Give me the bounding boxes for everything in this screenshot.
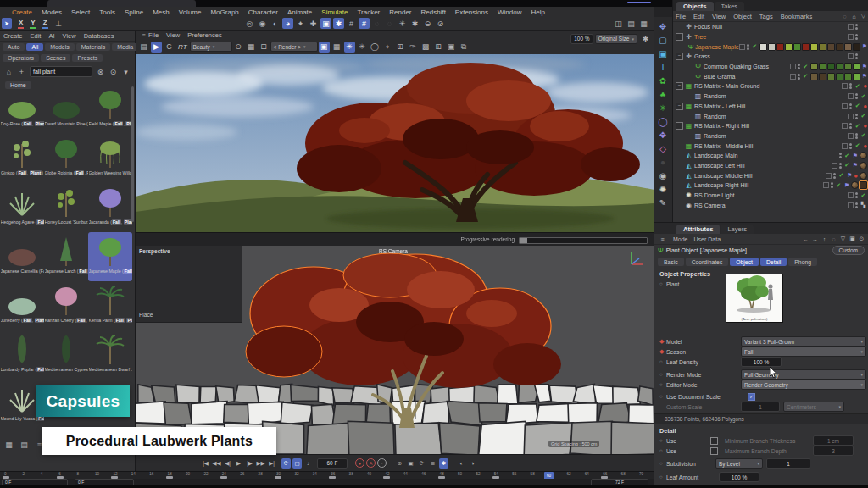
expand-toggle-icon[interactable]: −: [676, 103, 683, 110]
up-icon[interactable]: ↑: [821, 235, 828, 243]
material-chip[interactable]: [844, 43, 852, 51]
lock-icon[interactable]: ▣: [849, 235, 856, 243]
render-region-icon[interactable]: ◑: [468, 458, 477, 469]
tab-basic[interactable]: Basic: [658, 258, 684, 266]
asset-item-kanzan[interactable]: Kanzan Cherry (Fall, Pl...: [44, 281, 88, 330]
character-tool-icon[interactable]: ✚: [308, 18, 319, 29]
layer-chip[interactable]: [848, 133, 854, 139]
grid-icon[interactable]: #: [346, 18, 357, 29]
move-tool-icon[interactable]: ✥: [657, 20, 670, 33]
anim-dot-icon[interactable]: ○: [659, 394, 666, 399]
pen-icon[interactable]: ✎: [657, 197, 670, 209]
leaf-density-field[interactable]: 100 %: [741, 357, 782, 367]
focus-icon[interactable]: ⌖: [382, 42, 393, 53]
asset-item-field[interactable]: Field Maple (Fall, Plant): [88, 85, 132, 134]
expand-toggle-icon[interactable]: −: [676, 53, 683, 60]
history-icon[interactable]: ⊙: [858, 235, 865, 243]
visibility-dots[interactable]: [855, 93, 858, 99]
grid-snap-icon[interactable]: #: [359, 18, 370, 29]
render-pass-dropdown[interactable]: Beauty▾: [190, 42, 232, 52]
transform-icon[interactable]: ✥: [657, 129, 670, 141]
record-rotation-icon[interactable]: ⟳: [417, 458, 426, 469]
autokey-icon[interactable]: A: [366, 458, 376, 468]
layer-chip[interactable]: [848, 24, 854, 30]
editor-mode-dropdown[interactable]: Render Geometry▾: [741, 380, 866, 390]
object-row-common-quaking-grass[interactable]: ΨCommon Quaking Grass✔⚑: [673, 62, 868, 72]
object-row-japanese-maple[interactable]: ΨJapanese Maple✔⚑: [673, 42, 868, 52]
asset-scrollbar[interactable]: [131, 86, 134, 222]
compare-grid-icon[interactable]: ▦: [246, 42, 257, 53]
copy-image-icon[interactable]: ⧉: [459, 42, 470, 53]
xpresso-flag-icon[interactable]: ⚑: [853, 152, 858, 159]
material-chip[interactable]: [836, 73, 843, 80]
asset-item-japanese[interactable]: Japanese Maple (Fall, ...: [88, 232, 132, 281]
live-selection-icon[interactable]: ➤: [2, 18, 12, 29]
layout-split-icon[interactable]: ▤: [626, 18, 637, 29]
camera-icon[interactable]: ◉: [657, 169, 670, 182]
cube-primitive-icon[interactable]: ▣: [657, 47, 670, 60]
visibility-dots[interactable]: [831, 182, 833, 188]
visibility-dots[interactable]: [855, 53, 858, 59]
goto-start-icon[interactable]: |◀: [201, 458, 210, 469]
enabled-check-icon[interactable]: ✔: [802, 64, 810, 70]
generator-icon[interactable]: ✿: [657, 75, 670, 87]
selected-material-chip[interactable]: [860, 181, 867, 189]
ab-menu-create[interactable]: Create: [3, 32, 23, 40]
shading-icon[interactable]: ◐: [270, 18, 281, 29]
snapshot-icon[interactable]: ✳: [344, 42, 355, 53]
image-icon[interactable]: ▩: [420, 42, 431, 53]
disabled-icon-2[interactable]: ◌: [384, 18, 395, 29]
save-image-icon[interactable]: ▤: [138, 42, 149, 53]
subdivision-field[interactable]: 1: [766, 458, 810, 469]
layer-chip[interactable]: [832, 152, 837, 158]
enabled-check-icon[interactable]: ✔: [860, 132, 867, 139]
enabled-check-icon[interactable]: ✔: [854, 103, 861, 109]
tab-operators[interactable]: Operators: [3, 54, 39, 62]
material-tag-icon[interactable]: [860, 172, 867, 180]
material-chip[interactable]: [819, 43, 826, 51]
next-key-icon[interactable]: ▶▶: [256, 458, 265, 469]
material-chip[interactable]: [844, 73, 852, 80]
tab-phong[interactable]: Phong: [788, 258, 817, 266]
rectangle-tool-icon[interactable]: ▢: [657, 34, 670, 47]
list-view-icon[interactable]: ▤: [19, 439, 30, 450]
layer-chip[interactable]: [842, 143, 848, 149]
material-chip[interactable]: [768, 43, 776, 51]
xpresso-flag-icon[interactable]: ⚑: [853, 162, 858, 169]
picture-viewer-icon[interactable]: ▣: [446, 42, 457, 53]
menu-help[interactable]: Help: [531, 8, 544, 16]
filter-image-icon[interactable]: ✑: [408, 42, 419, 53]
keyframe-selection-icon[interactable]: ◦: [377, 458, 387, 468]
next-frame-icon[interactable]: |▶: [245, 458, 254, 469]
material-tag-icon[interactable]: [851, 181, 859, 189]
record-params-icon[interactable]: ≣: [428, 458, 437, 469]
layer-chip[interactable]: [790, 64, 796, 69]
lock-workplane-icon[interactable]: ▣: [320, 18, 331, 29]
refresh-icon[interactable]: C: [164, 42, 175, 53]
material-chip[interactable]: [819, 63, 826, 70]
asset-item-lombardy[interactable]: Lombardy Poplar (Fall...: [0, 330, 44, 380]
anim-dot-icon[interactable]: ○: [659, 382, 666, 387]
asset-item-mediterranean[interactable]: Mediterranean Cypres...: [44, 330, 88, 380]
mode-menu[interactable]: Mode: [673, 236, 688, 242]
coord-system-icon[interactable]: ◎: [244, 18, 255, 29]
redshift-object-tag-icon[interactable]: ●: [863, 122, 867, 130]
anim-dot-icon[interactable]: ○: [659, 281, 666, 286]
enabled-check-icon[interactable]: ✔: [802, 73, 810, 80]
tab-layers[interactable]: Layers: [721, 225, 754, 234]
material-chip[interactable]: [827, 63, 835, 70]
use-min-branch-checkbox[interactable]: [710, 437, 718, 445]
model-dropdown[interactable]: Variant 3 Full-Grown▾: [741, 336, 866, 347]
asset-item-ginkgo[interactable]: Ginkgo (Fall, Plant): [0, 134, 44, 183]
panel-menu-icon[interactable]: ≡: [659, 234, 666, 245]
color-picker-icon[interactable]: ◯: [370, 42, 381, 53]
asset-item-globe[interactable]: Globe Robinia (Fall, Pl...: [44, 134, 88, 183]
menu-select[interactable]: Select: [71, 8, 90, 16]
visibility-dots[interactable]: [798, 64, 800, 69]
layout-quad-icon[interactable]: ▦: [638, 18, 649, 29]
redshift-object-tag-icon[interactable]: ●: [863, 82, 867, 90]
asset-item-honey[interactable]: Honey Locust 'Sunbur...: [44, 183, 88, 232]
add-view-icon[interactable]: ⊞: [433, 42, 444, 53]
menu-create[interactable]: Create: [12, 8, 32, 16]
play-render-icon[interactable]: ▶: [151, 42, 162, 53]
